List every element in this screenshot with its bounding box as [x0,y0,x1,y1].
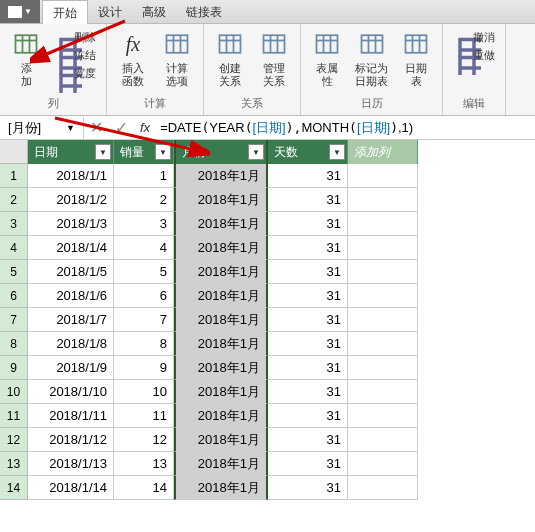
cell-month[interactable]: 2018年1月 [174,284,268,308]
cell-days[interactable]: 31 [268,260,348,284]
ribbon-btn-2-0[interactable]: 创建 关系 [208,26,252,94]
row-header[interactable]: 3 [0,212,28,236]
cell-date[interactable]: 2018/1/7 [28,308,114,332]
cell-sales[interactable]: 7 [114,308,174,332]
cell-date[interactable]: 2018/1/8 [28,332,114,356]
cell-sales[interactable]: 8 [114,332,174,356]
cell-date[interactable]: 2018/1/3 [28,212,114,236]
cell-sales[interactable]: 4 [114,236,174,260]
row-header[interactable]: 14 [0,476,28,500]
tab-2[interactable]: 高级 [132,0,176,24]
cell-month[interactable]: 2018年1月 [174,164,268,188]
row-header[interactable]: 7 [0,308,28,332]
row-header[interactable]: 12 [0,428,28,452]
ribbon-small-0-2[interactable]: 宽度 [50,64,100,82]
ribbon-small-0-1[interactable]: 冻结 [50,46,100,64]
cell-sales[interactable]: 13 [114,452,174,476]
cell-month[interactable]: 2018年1月 [174,260,268,284]
cell-add[interactable] [348,284,418,308]
row-header[interactable]: 13 [0,452,28,476]
cell-add[interactable] [348,212,418,236]
cell-date[interactable]: 2018/1/9 [28,356,114,380]
cell-add[interactable] [348,476,418,500]
cell-date[interactable]: 2018/1/1 [28,164,114,188]
cell-date[interactable]: 2018/1/13 [28,452,114,476]
filter-icon[interactable]: ▼ [248,144,264,160]
cell-days[interactable]: 31 [268,308,348,332]
cell-date[interactable]: 2018/1/2 [28,188,114,212]
filter-icon[interactable]: ▼ [155,144,171,160]
cell-days[interactable]: 31 [268,452,348,476]
cell-date[interactable]: 2018/1/5 [28,260,114,284]
ribbon-btn-2-1[interactable]: 管理 关系 [252,26,296,94]
row-header[interactable]: 10 [0,380,28,404]
cell-add[interactable] [348,356,418,380]
select-all-corner[interactable] [0,140,28,164]
add-column-header[interactable]: 添加列 [348,140,418,164]
confirm-icon[interactable]: ✓ [109,118,134,137]
cell-month[interactable]: 2018年1月 [174,476,268,500]
row-header[interactable]: 6 [0,284,28,308]
cell-add[interactable] [348,188,418,212]
cell-sales[interactable]: 1 [114,164,174,188]
row-header[interactable]: 8 [0,332,28,356]
ribbon-add-column[interactable]: 添 加 [4,26,48,94]
cell-month[interactable]: 2018年1月 [174,356,268,380]
cell-add[interactable] [348,164,418,188]
ribbon-small-4-0[interactable]: 撤消 [449,28,499,46]
cell-date[interactable]: 2018/1/4 [28,236,114,260]
cell-sales[interactable]: 12 [114,428,174,452]
fx-icon[interactable]: fx [134,120,156,135]
cell-add[interactable] [348,260,418,284]
col-header-month[interactable]: 月份▼ [174,140,268,164]
tab-1[interactable]: 设计 [88,0,132,24]
cell-sales[interactable]: 11 [114,404,174,428]
ribbon-btn-3-0[interactable]: 表属 性 [305,26,349,94]
cell-days[interactable]: 31 [268,428,348,452]
row-header[interactable]: 5 [0,260,28,284]
tab-3[interactable]: 链接表 [176,0,232,24]
formula-input[interactable]: =DATE(YEAR([日期]),MONTH([日期]),1) [156,117,535,139]
cell-add[interactable] [348,236,418,260]
cell-sales[interactable]: 6 [114,284,174,308]
cell-month[interactable]: 2018年1月 [174,236,268,260]
cancel-icon[interactable]: ✕ [84,118,109,137]
cell-date[interactable]: 2018/1/10 [28,380,114,404]
cell-date[interactable]: 2018/1/6 [28,284,114,308]
ribbon-small-4-1[interactable]: 重做 [449,46,499,64]
col-header-days[interactable]: 天数▼ [268,140,348,164]
cell-date[interactable]: 2018/1/11 [28,404,114,428]
ribbon-btn-1-0[interactable]: fx插入 函数 [111,26,155,94]
cell-days[interactable]: 31 [268,188,348,212]
cell-month[interactable]: 2018年1月 [174,212,268,236]
col-header-sales[interactable]: 销量▼ [114,140,174,164]
cell-month[interactable]: 2018年1月 [174,308,268,332]
cell-days[interactable]: 31 [268,164,348,188]
cell-month[interactable]: 2018年1月 [174,188,268,212]
ribbon-btn-3-1[interactable]: 标记为 日期表 [349,26,394,94]
cell-days[interactable]: 31 [268,476,348,500]
cell-add[interactable] [348,380,418,404]
cell-days[interactable]: 31 [268,236,348,260]
cell-days[interactable]: 31 [268,380,348,404]
cell-month[interactable]: 2018年1月 [174,428,268,452]
cell-days[interactable]: 31 [268,212,348,236]
cell-add[interactable] [348,428,418,452]
cell-date[interactable]: 2018/1/14 [28,476,114,500]
name-box[interactable]: [月份] ▼ [0,117,84,139]
cell-sales[interactable]: 14 [114,476,174,500]
cell-month[interactable]: 2018年1月 [174,332,268,356]
row-header[interactable]: 11 [0,404,28,428]
cell-days[interactable]: 31 [268,356,348,380]
cell-sales[interactable]: 9 [114,356,174,380]
cell-days[interactable]: 31 [268,404,348,428]
ribbon-btn-3-2[interactable]: 日期 表 [394,26,438,94]
cell-sales[interactable]: 3 [114,212,174,236]
cell-month[interactable]: 2018年1月 [174,380,268,404]
cell-sales[interactable]: 10 [114,380,174,404]
row-header[interactable]: 1 [0,164,28,188]
ribbon-btn-1-1[interactable]: 计算 选项 [155,26,199,94]
ribbon-small-0-0[interactable]: 删除 [50,28,100,46]
file-menu[interactable]: ▼ [0,0,40,23]
filter-icon[interactable]: ▼ [329,144,345,160]
